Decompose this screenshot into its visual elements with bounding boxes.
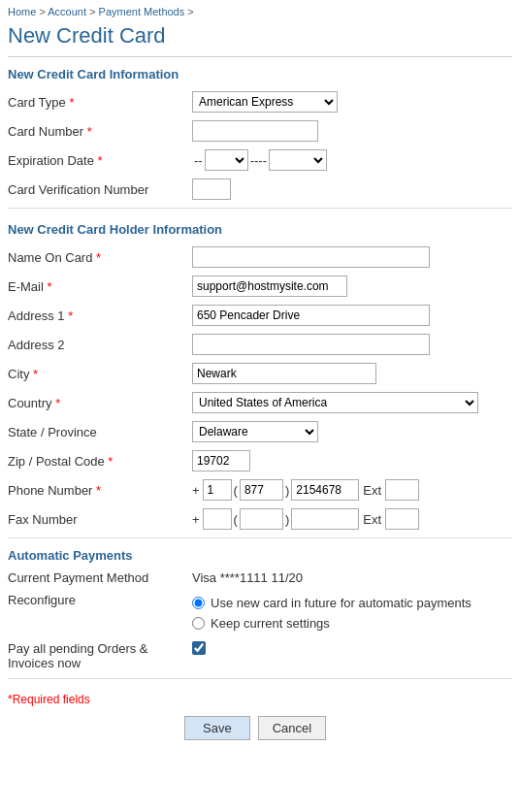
zip-row: Zip / Postal Code * — [0, 446, 520, 475]
radio-keep-current[interactable] — [192, 617, 205, 630]
reconfigure-options: Use new card in future for automatic pay… — [192, 593, 512, 633]
phone-row: Phone Number * + ( ) Ext — [0, 475, 520, 504]
button-row: Save Cancel — [0, 712, 520, 752]
pay-pending-control — [192, 641, 512, 655]
save-button[interactable]: Save — [184, 716, 250, 740]
phone-number-input[interactable] — [291, 479, 359, 501]
automatic-payments-section: Automatic Payments — [0, 542, 520, 567]
state-select[interactable]: Delaware — [192, 421, 318, 442]
address1-input[interactable] — [192, 305, 430, 326]
zip-control — [192, 450, 512, 471]
name-label: Name On Card * — [8, 250, 192, 265]
country-row: Country * United States of America — [0, 388, 520, 417]
expiration-row: Expiration Date * -- ---- — [0, 146, 520, 175]
expiration-label: Expiration Date * — [8, 153, 192, 168]
email-control — [192, 276, 512, 297]
cvn-input[interactable] — [192, 179, 231, 200]
card-type-row: Card Type * American Express — [0, 87, 520, 116]
fax-ext-input[interactable] — [385, 508, 419, 530]
current-payment-row: Current Payment Method Visa ****1111 11/… — [0, 567, 520, 589]
phone-label: Phone Number * — [8, 483, 192, 498]
breadcrumb-sep3: > — [187, 6, 193, 17]
cvn-control — [192, 179, 512, 200]
phone-plus: + — [192, 483, 200, 498]
exp-year-select[interactable] — [269, 149, 327, 171]
card-type-label: Card Type * — [8, 95, 192, 110]
name-row: Name On Card * — [0, 243, 520, 272]
current-payment-label: Current Payment Method — [8, 570, 192, 585]
card-number-control — [192, 120, 512, 142]
reconfigure-row: Reconfigure Use new card in future for a… — [0, 589, 520, 637]
fax-country-input[interactable] — [203, 508, 232, 530]
radio-new-card-label: Use new card in future for automatic pay… — [211, 596, 471, 610]
reconfigure-label: Reconfigure — [8, 593, 192, 607]
fax-row: Fax Number + ( ) Ext — [0, 504, 520, 534]
fax-area-input[interactable] — [240, 508, 283, 530]
required-note: *Required fields — [0, 683, 520, 712]
card-number-label: Card Number * — [8, 124, 192, 139]
current-payment-value: Visa ****1111 11/20 — [192, 570, 512, 585]
section2-title: New Credit Card Holder Information — [0, 212, 520, 243]
breadcrumb: Home > Account > Payment Methods > — [0, 0, 520, 19]
card-type-control: American Express — [192, 91, 512, 113]
pay-pending-label: Pay all pending Orders & Invoices now — [8, 641, 192, 670]
address1-row: Address 1 * — [0, 301, 520, 330]
phone-ext-input[interactable] — [385, 479, 419, 501]
card-number-input[interactable] — [192, 120, 318, 142]
exp-dash2: ---- — [250, 153, 267, 168]
phone-control: + ( ) Ext — [192, 479, 512, 501]
fax-number-input[interactable] — [291, 508, 359, 530]
cvn-row: Card Verification Number — [0, 175, 520, 204]
name-control — [192, 246, 512, 268]
breadcrumb-payment-methods[interactable]: Payment Methods — [99, 6, 185, 17]
state-row: State / Province Delaware — [0, 417, 520, 446]
phone-country-input[interactable] — [203, 479, 232, 501]
breadcrumb-account[interactable]: Account — [48, 6, 86, 17]
card-number-row: Card Number * — [0, 116, 520, 146]
city-control — [192, 363, 512, 384]
phone-paren-close: ) — [285, 483, 289, 498]
fax-paren-close: ) — [285, 512, 289, 527]
fax-ext-label: Ext — [363, 512, 381, 527]
country-control: United States of America — [192, 392, 512, 413]
email-input[interactable] — [192, 276, 347, 297]
address2-row: Address 2 — [0, 330, 520, 359]
cvn-label: Card Verification Number — [8, 182, 192, 197]
radio-new-card[interactable] — [192, 597, 205, 609]
city-row: City * — [0, 359, 520, 388]
address1-control — [192, 305, 512, 326]
country-label: Country * — [8, 396, 192, 410]
country-select[interactable]: United States of America — [192, 392, 478, 413]
state-label: State / Province — [8, 425, 192, 439]
breadcrumb-sep2: > — [89, 6, 98, 17]
automatic-payments-title: Automatic Payments — [8, 548, 512, 567]
email-row: E-Mail * — [0, 272, 520, 301]
phone-ext-label: Ext — [363, 483, 381, 498]
breadcrumb-sep1: > — [39, 6, 48, 17]
exp-month-select[interactable] — [205, 149, 248, 171]
zip-input[interactable] — [192, 450, 250, 471]
expiration-control: -- ---- — [192, 149, 512, 171]
name-input[interactable] — [192, 246, 430, 268]
exp-dash1: -- — [194, 153, 203, 168]
fax-plus: + — [192, 512, 200, 527]
state-control: Delaware — [192, 421, 512, 442]
card-type-select[interactable]: American Express — [192, 91, 338, 113]
pay-pending-checkbox[interactable] — [192, 641, 206, 655]
page-title: New Credit Card — [0, 19, 520, 56]
email-label: E-Mail * — [8, 279, 192, 294]
pay-pending-row: Pay all pending Orders & Invoices now — [0, 637, 520, 674]
address2-label: Address 2 — [8, 338, 192, 352]
breadcrumb-home[interactable]: Home — [8, 6, 36, 17]
city-label: City * — [8, 367, 192, 381]
zip-label: Zip / Postal Code * — [8, 454, 192, 469]
radio-keep-row: Keep current settings — [192, 613, 512, 633]
phone-area-input[interactable] — [240, 479, 283, 501]
fax-control: + ( ) Ext — [192, 508, 512, 530]
address2-control — [192, 334, 512, 355]
city-input[interactable] — [192, 363, 376, 384]
address2-input[interactable] — [192, 334, 430, 355]
fax-label: Fax Number — [8, 512, 192, 527]
cancel-button[interactable]: Cancel — [258, 716, 326, 740]
address1-label: Address 1 * — [8, 309, 192, 323]
